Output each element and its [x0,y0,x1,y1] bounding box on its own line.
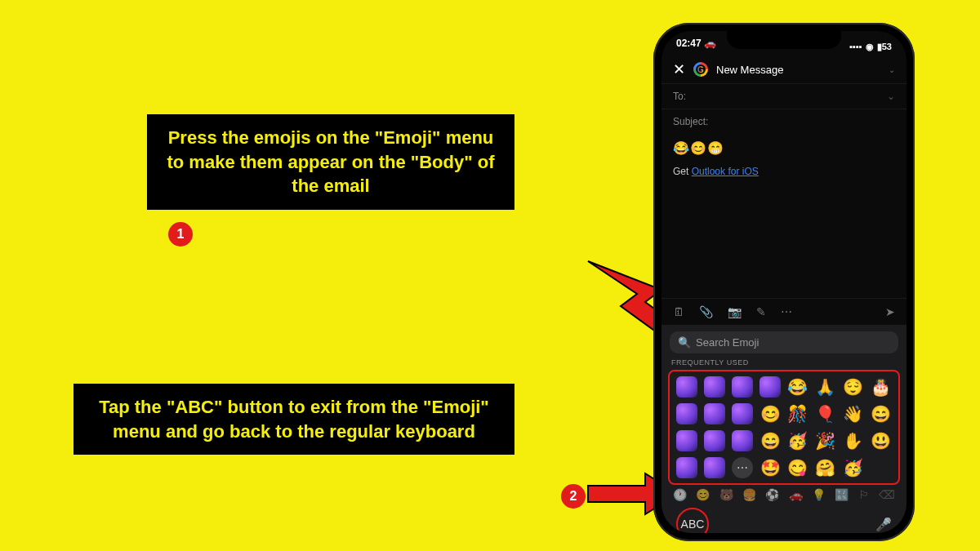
emoji-item[interactable]: 👋 [843,404,863,424]
category-animals-icon[interactable]: 🐻 [719,488,733,501]
emoji-grid-highlight: 😂 🙏 😌 🎂 😊 🎊 🎈 👋 😄 😄 🥳 [668,370,900,485]
attach-icon[interactable]: 📎 [699,305,713,318]
emoji-item[interactable]: 🤩 [760,458,781,478]
send-button[interactable]: ➤ [885,305,895,318]
compose-toolbar: 🗓 📎 📷 ✎ ⋯ ➤ [662,298,906,325]
memoji-item[interactable] [676,430,697,451]
camera-icon[interactable]: 📷 [728,305,742,318]
compose-title: New Message [716,64,783,76]
category-recent-icon[interactable]: 🕐 [673,488,687,501]
memoji-item[interactable] [760,376,781,398]
memoji-more-button[interactable]: ⋯ [732,457,753,478]
emoji-item[interactable]: ✋ [843,431,863,451]
emoji-grid: 😂 🙏 😌 🎂 😊 🎊 🎈 👋 😄 😄 🥳 [675,375,893,480]
memoji-item[interactable] [704,457,725,478]
more-icon[interactable]: ⋯ [781,305,792,318]
category-activity-icon[interactable]: ⚽ [765,488,779,501]
emoji-item[interactable]: 😄 [871,404,891,424]
mic-icon[interactable]: 🎤 [875,517,892,532]
callout-step-1: Press the emojis on the "Emoji" menu to … [147,114,514,210]
signature: Get Outlook for iOS [673,166,895,177]
memoji-item[interactable] [676,457,697,478]
emoji-keyboard: 🔍 Search Emoji FREQUENTLY USED 😂 🙏 😌 🎂 [662,325,906,533]
subject-field[interactable]: Subject: [662,109,906,134]
to-field[interactable]: To: ⌄ [662,83,906,109]
to-label: To: [673,91,686,102]
carplay-icon: 🚗 [704,38,716,49]
signal-icon: ▪▪▪▪ [849,42,862,51]
phone-screen: 02:47 🚗 ▪▪▪▪ ◉ ▮53 ✕ G New Message ⌄ To:… [662,31,906,533]
abc-button[interactable]: ABC [676,508,709,533]
callout-step-2: Tap the "ABC" button to exit from the "E… [74,384,514,455]
emoji-item[interactable]: 🙏 [815,377,835,397]
wifi-icon: ◉ [866,42,874,52]
search-icon: 🔍 [678,336,691,349]
emoji-item[interactable]: 🎊 [787,404,808,424]
status-time: 02:47 🚗 [676,38,716,56]
compose-header: ✕ G New Message ⌄ [662,56,906,83]
close-button[interactable]: ✕ [673,60,685,78]
category-smileys-icon[interactable]: 😊 [696,488,710,501]
step-badge-2: 2 [561,484,586,509]
body-emoji-text: 😂😊😁 [673,140,895,156]
keyboard-bottom-row: ABC 🎤 [662,503,906,533]
phone-frame: 02:47 🚗 ▪▪▪▪ ◉ ▮53 ✕ G New Message ⌄ To:… [653,23,915,541]
battery-icon: ▮53 [877,42,892,52]
emoji-item[interactable]: 😌 [843,377,863,397]
search-emoji-placeholder: Search Emoji [696,336,759,349]
memoji-item[interactable] [704,430,725,451]
category-objects-icon[interactable]: 💡 [812,488,826,501]
draw-icon[interactable]: ✎ [756,305,766,318]
calendar-icon[interactable]: 🗓 [673,305,684,318]
emoji-item[interactable]: 🤗 [815,458,835,478]
backspace-icon[interactable]: ⌫ [879,488,895,501]
category-travel-icon[interactable]: 🚗 [789,488,803,501]
memoji-item[interactable] [732,430,753,451]
memoji-item[interactable] [732,376,753,398]
email-body[interactable]: 😂😊😁 Get Outlook for iOS [662,134,906,184]
emoji-item[interactable]: 🎂 [871,377,891,397]
account-avatar[interactable]: G [693,62,708,77]
memoji-item[interactable] [676,376,697,398]
emoji-item[interactable]: 😄 [760,431,781,451]
emoji-item[interactable]: 🥳 [787,431,808,451]
emoji-item[interactable]: 😋 [787,458,808,478]
outlook-link[interactable]: Outlook for iOS [692,166,759,177]
emoji-item[interactable]: 😊 [760,404,781,424]
subject-label: Subject: [673,116,708,127]
memoji-item[interactable] [704,403,725,424]
memoji-item[interactable] [676,403,697,424]
emoji-category-row: 🕐 😊 🐻 🍔 ⚽ 🚗 💡 🔣 🏳 ⌫ [662,487,906,503]
frequently-used-label: FREQUENTLY USED [662,358,906,367]
emoji-item[interactable]: 🎈 [815,404,835,424]
memoji-item[interactable] [704,376,725,398]
chevron-down-icon[interactable]: ⌄ [889,65,895,74]
chevron-down-icon[interactable]: ⌄ [887,91,895,102]
emoji-item[interactable]: 🥳 [843,458,863,478]
category-symbols-icon[interactable]: 🔣 [835,488,849,501]
emoji-item[interactable]: 😃 [871,431,891,451]
category-flags-icon[interactable]: 🏳 [858,488,870,501]
notch [727,31,841,49]
memoji-item[interactable] [732,403,753,424]
category-food-icon[interactable]: 🍔 [742,488,756,501]
emoji-item[interactable]: 🎉 [815,431,835,451]
search-emoji-field[interactable]: 🔍 Search Emoji [670,331,898,353]
emoji-item[interactable]: 😂 [787,377,808,397]
step-badge-1: 1 [168,222,193,247]
